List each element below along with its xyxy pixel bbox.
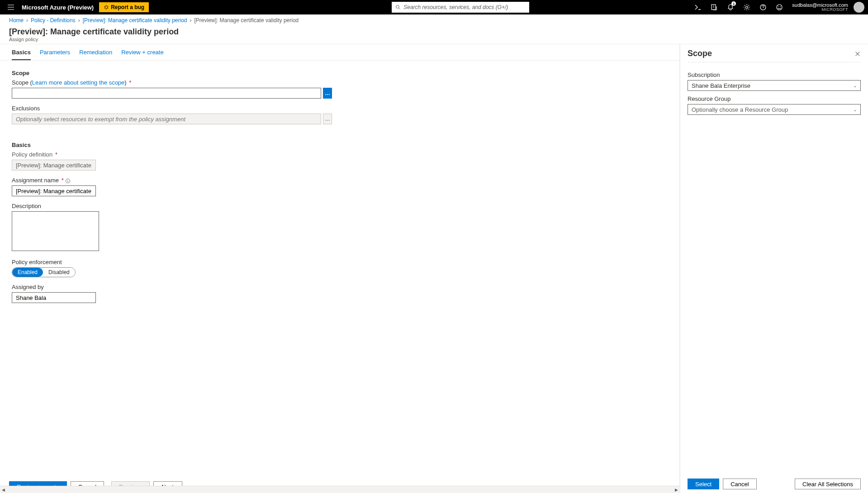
scope-select-button[interactable]: Select: [688, 479, 719, 489]
policy-def-label: Policy definition *: [12, 151, 332, 158]
scope-input[interactable]: [12, 88, 321, 99]
chevron-right-icon: ›: [190, 17, 192, 24]
resource-group-dropdown[interactable]: Optionally choose a Resource Group ⌄: [688, 104, 861, 115]
clear-selections-button[interactable]: Clear All Selections: [795, 479, 861, 489]
tab-parameters[interactable]: Parameters: [40, 49, 70, 60]
menu-icon[interactable]: [4, 4, 18, 11]
feedback-icon[interactable]: [772, 0, 787, 14]
report-bug-button[interactable]: Report a bug: [99, 2, 149, 12]
required-indicator: *: [62, 177, 64, 184]
svg-point-3: [746, 6, 748, 9]
notification-badge: 1: [731, 1, 736, 6]
page-title: [Preview]: Manage certificate validity p…: [9, 27, 859, 37]
description-label: Description: [12, 203, 332, 209]
page-header: [Preview]: Manage certificate validity p…: [0, 26, 868, 44]
policy-def-input: [12, 160, 96, 171]
resource-group-label: Resource Group: [688, 95, 861, 102]
search-input[interactable]: Search resources, services, and docs (G+…: [392, 2, 529, 13]
enforcement-enabled[interactable]: Enabled: [12, 268, 43, 277]
bug-icon: [104, 5, 109, 10]
scope-learn-more-link[interactable]: Learn more about setting the scope: [32, 79, 125, 86]
directory-filter-icon[interactable]: [707, 0, 721, 14]
enforcement-label: Policy enforcement: [12, 259, 332, 265]
account-info[interactable]: sudbalas@microsoft.com MICROSOFT: [792, 2, 848, 12]
report-bug-label: Report a bug: [111, 4, 144, 10]
scope-blade-footer: Select Cancel Clear All Selections: [680, 474, 868, 493]
subscription-dropdown[interactable]: Shane Bala Enterprise ⌄: [688, 80, 861, 91]
close-icon[interactable]: [854, 51, 861, 57]
svg-point-5: [777, 5, 782, 10]
info-icon[interactable]: [65, 178, 71, 184]
exclusions-input: [12, 114, 321, 124]
enforcement-disabled[interactable]: Disabled: [43, 268, 75, 277]
search-icon: [395, 5, 401, 10]
tabs: Basics Parameters Remediation Review + c…: [0, 44, 679, 61]
subscription-value: Shane Bala Enterprise: [692, 82, 750, 89]
breadcrumb-home[interactable]: Home: [9, 17, 24, 24]
enforcement-toggle: Enabled Disabled: [12, 267, 76, 277]
svg-point-6: [778, 6, 779, 7]
chevron-right-icon: ›: [78, 17, 80, 24]
tab-basics[interactable]: Basics: [12, 49, 31, 60]
breadcrumb-policy[interactable]: Policy - Definitions: [31, 17, 76, 24]
assignment-name-label: Assignment name *: [12, 177, 332, 184]
resource-group-placeholder: Optionally choose a Resource Group: [692, 106, 788, 113]
scroll-right-icon[interactable]: ▶: [675, 488, 678, 492]
chevron-right-icon: ›: [26, 17, 28, 24]
top-bar: Microsoft Azure (Preview) Report a bug S…: [0, 0, 868, 14]
page-subtitle: Assign policy: [9, 37, 859, 42]
breadcrumb-current: [Preview]: Manage certificate validity p…: [194, 17, 299, 24]
chevron-down-icon: ⌄: [853, 107, 857, 112]
exclusions-label: Exclusions: [12, 105, 332, 112]
help-icon[interactable]: [756, 0, 770, 14]
assigned-by-input[interactable]: [12, 292, 96, 303]
breadcrumb: Home › Policy - Definitions › [Preview]:…: [0, 14, 868, 26]
scope-blade-title: Scope: [688, 49, 712, 58]
svg-point-0: [105, 6, 108, 9]
settings-icon[interactable]: [740, 0, 754, 14]
subscription-label: Subscription: [688, 71, 861, 78]
chevron-down-icon: ⌄: [853, 83, 857, 88]
brand-label: Microsoft Azure (Preview): [22, 4, 94, 11]
assigned-by-label: Assigned by: [12, 284, 332, 290]
breadcrumb-definition[interactable]: [Preview]: Manage certificate validity p…: [83, 17, 187, 24]
avatar[interactable]: [854, 2, 864, 13]
basics-section-label: Basics: [12, 142, 332, 148]
scope-section-label: Scope: [12, 70, 332, 76]
svg-point-7: [780, 6, 781, 7]
search-placeholder: Search resources, services, and docs (G+…: [403, 4, 508, 10]
account-tenant: MICROSOFT: [822, 8, 849, 12]
tab-remediation[interactable]: Remediation: [79, 49, 112, 60]
scope-cancel-button[interactable]: Cancel: [723, 479, 756, 489]
tab-review[interactable]: Review + create: [121, 49, 164, 60]
scroll-left-icon[interactable]: ◀: [2, 488, 5, 492]
scope-picker-button[interactable]: …: [323, 88, 332, 99]
assignment-name-input[interactable]: [12, 185, 96, 196]
svg-point-1: [396, 5, 399, 9]
notifications-icon[interactable]: 1: [723, 0, 738, 14]
scope-field-label: Scope (Learn more about setting the scop…: [12, 79, 332, 86]
cloud-shell-icon[interactable]: [691, 0, 705, 14]
exclusions-picker-button: …: [323, 114, 332, 124]
required-indicator: *: [129, 79, 131, 86]
scope-blade: Scope Subscription Shane Bala Enterprise…: [680, 44, 868, 493]
horizontal-scrollbar[interactable]: ◀ ▶: [0, 486, 680, 493]
required-indicator: *: [55, 151, 57, 158]
description-input[interactable]: [12, 211, 99, 251]
